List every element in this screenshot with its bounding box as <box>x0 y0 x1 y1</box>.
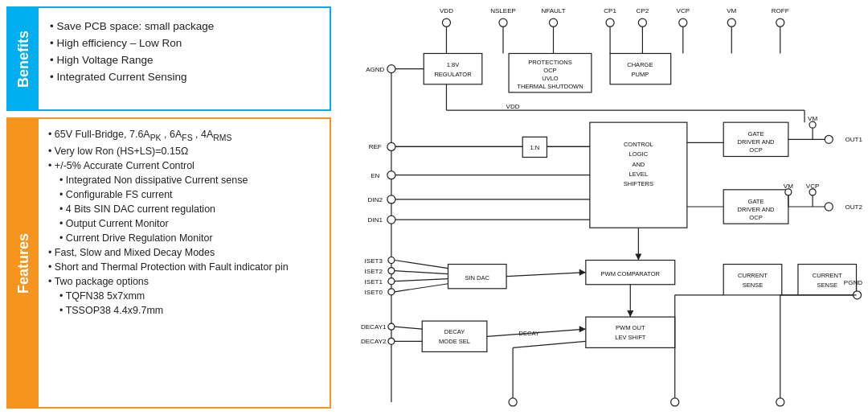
text-ctrl5: SHIFTERS <box>624 180 653 187</box>
label-nfault: NFAULT <box>541 7 565 14</box>
label-roff: ROFF <box>772 7 789 14</box>
svg-line-29 <box>395 261 448 269</box>
pin-vm-top <box>727 18 735 27</box>
text-ctrl4: LEVEL <box>629 171 649 178</box>
features-content: 65V Full-Bridge, 7.6APK , 6AFS , 4ARMS V… <box>39 119 330 407</box>
pin-roff <box>776 18 784 27</box>
pin-isen2 <box>776 398 784 406</box>
label-out2: OUT2 <box>845 203 862 211</box>
svg-line-42 <box>513 341 586 347</box>
benefit-item-4: Integrated Current Sensing <box>50 68 318 85</box>
text-prot3: UVLO <box>542 75 559 82</box>
label-iset2: ISET2 <box>365 268 383 275</box>
pin-nsleep <box>499 18 507 27</box>
features-label: Features <box>8 119 39 407</box>
pin-vcp-top <box>679 18 687 27</box>
text-pwm-out2: LEV SHIFT <box>615 334 646 341</box>
block-diagram-svg: .diag-text { font-family: Arial, sans-se… <box>341 5 863 410</box>
svg-marker-36 <box>579 269 586 276</box>
text-sin-dac: SIN DAC <box>465 274 489 281</box>
benefits-content: Save PCB space: small package High effic… <box>39 8 330 109</box>
box-pwm-out <box>586 317 675 347</box>
box-charge-pump <box>610 53 671 84</box>
text-gd1-1: GATE <box>748 130 764 138</box>
label-cp2: CP2 <box>637 7 649 14</box>
benefit-item-1: Save PCB space: small package <box>50 18 318 35</box>
diagram-container: .diag-text { font-family: Arial, sans-se… <box>341 5 863 410</box>
text-gd2-2: DRIVER AND <box>737 206 775 213</box>
box-current-sense1 <box>723 265 782 295</box>
text-gd2-3: OCP <box>749 214 762 221</box>
benefits-label: Benefits <box>8 8 39 109</box>
current-control-sublist: Integrated Non dissipative Current sense… <box>59 173 320 245</box>
pin-out2 <box>825 203 833 211</box>
label-vcp-top: VCP <box>677 7 690 14</box>
left-panel: Benefits Save PCB space: small package H… <box>0 0 338 415</box>
feature-item-1: 65V Full-Bridge, 7.6APK , 6AFS , 4ARMS <box>48 127 320 144</box>
pkg-item-2: TSSOP38 4.4x9.7mm <box>59 303 320 318</box>
text-ctrl1: CONTROL <box>624 141 653 148</box>
right-panel: .diag-text { font-family: Arial, sans-se… <box>338 0 868 415</box>
text-cp2: PUMP <box>631 71 649 78</box>
svg-marker-38 <box>627 310 633 317</box>
label-out1: OUT1 <box>845 136 862 143</box>
pin-en <box>387 171 395 179</box>
benefit-item-2: High efficiency – Low Ron <box>50 35 318 51</box>
box-decay-mode <box>422 321 487 351</box>
svg-line-32 <box>395 284 448 292</box>
label-en: EN <box>371 172 379 179</box>
label-cp1: CP1 <box>604 7 616 14</box>
features-section: Features 65V Full-Bridge, 7.6APK , 6AFS … <box>6 117 331 409</box>
text-pwm-comp: PWM COMPARATOR <box>601 270 661 277</box>
label-pgnd: PGND <box>844 279 862 286</box>
label-isen2: ISEN2 <box>771 409 790 410</box>
label-iset3: ISET3 <box>365 257 383 265</box>
label-vdd-bus: VDD <box>506 103 520 110</box>
label-ref: REF <box>369 143 382 150</box>
label-vdd: VDD <box>440 7 453 14</box>
text-gd1-3: OCP <box>749 146 762 154</box>
pin-decay2 <box>388 338 395 344</box>
text-gd2-1: GATE <box>748 198 764 205</box>
label-decay2: DECAY2 <box>361 338 387 345</box>
label-din2: DIN2 <box>368 196 383 203</box>
pin-isen1 <box>671 398 679 406</box>
text-prot1: PROTECTIONS <box>528 59 572 66</box>
feature-item-4: Fast, Slow and Mixed Decay Modes <box>48 245 320 260</box>
feature-item-5: Short and Thermal Protection with Fault … <box>48 260 320 274</box>
sub-item-4: Output Current Monitor <box>59 216 320 231</box>
text-pwm-out1: PWM OUT <box>616 324 645 331</box>
svg-line-31 <box>395 279 448 281</box>
text-decay2: MODE SEL <box>439 338 470 345</box>
text-decay1: DECAY <box>444 328 465 335</box>
feature-item-3: +/-5% Accurate Current Control <box>48 158 320 173</box>
benefits-list: Save PCB space: small package High effic… <box>50 18 318 85</box>
sub-item-5: Current Drive Regulation Monitor <box>59 231 320 245</box>
text-prot4: THERMAL SHUTDOWN <box>517 83 583 90</box>
text-cs2-1: CURRENT <box>813 272 842 279</box>
text-cp1: CHARGE <box>627 61 653 68</box>
pin-iset1 <box>388 278 395 285</box>
label-iset0: ISET0 <box>365 289 383 296</box>
pin-cp2 <box>638 18 646 27</box>
pin-din1 <box>387 216 395 224</box>
package-sublist: TQFN38 5x7xmm TSSOP38 4.4x9.7mm <box>59 289 320 318</box>
sub-item-1: Integrated Non dissipative Current sense <box>59 173 320 187</box>
pin-pwm <box>509 398 517 406</box>
svg-point-17 <box>809 189 816 195</box>
pin-decay1 <box>388 323 395 330</box>
label-isen1: ISEN1 <box>665 409 685 410</box>
svg-point-14 <box>809 121 816 128</box>
text-reg1: 1.8V <box>447 61 460 68</box>
sub-item-2: Configurable FS current <box>59 187 320 202</box>
box-regulator <box>424 53 482 84</box>
label-pwm: PWM <box>505 409 521 410</box>
text-ctrl3: AND <box>632 161 645 168</box>
label-agnd: AGND <box>366 66 384 73</box>
pin-iset0 <box>388 289 395 295</box>
feature-item-6: Two package options <box>48 274 320 289</box>
svg-line-30 <box>395 271 448 274</box>
label-vm-top: VM <box>727 7 736 14</box>
label-iset1: ISET1 <box>365 278 383 286</box>
pin-vdd <box>442 18 450 27</box>
